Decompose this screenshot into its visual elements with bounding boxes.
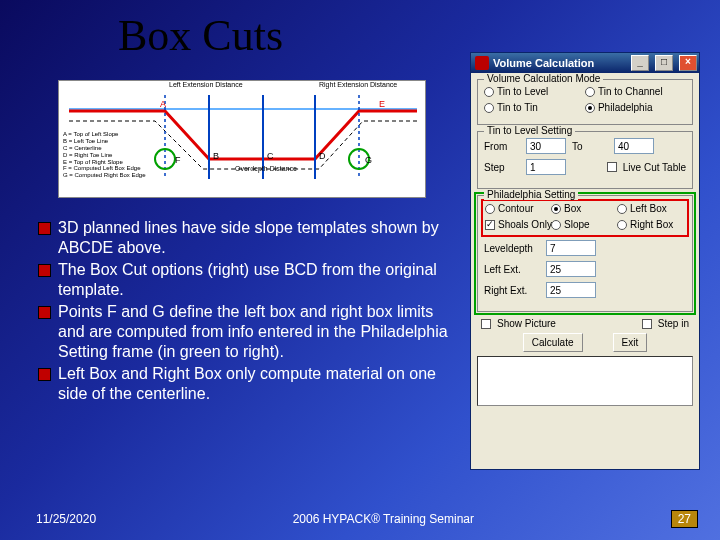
pt-B: B (213, 151, 219, 161)
left-ext-label: Left Ext. (484, 264, 540, 275)
radio-icon (551, 204, 561, 214)
footer-center: 2006 HYPACK® Training Seminar (96, 512, 671, 526)
radio-icon (484, 103, 494, 113)
minimize-button[interactable]: _ (631, 55, 649, 71)
from-input[interactable]: 30 (526, 138, 566, 154)
radio-icon (585, 103, 595, 113)
step-in-label: Step in (658, 318, 689, 329)
right-ext-label: Right Extension Distance (319, 81, 397, 88)
radio-tin-to-tin[interactable]: Tin to Tin (484, 102, 581, 113)
radio-box[interactable]: Box (551, 203, 613, 214)
step-in-checkbox[interactable] (642, 319, 652, 329)
dialog-titlebar[interactable]: Volume Calculation _ □ × (471, 53, 699, 73)
radio-contour[interactable]: Contour (485, 203, 547, 214)
overdepth-label: Overdepth Distance (235, 165, 297, 172)
from-label: From (484, 141, 520, 152)
step-label: Step (484, 162, 520, 173)
pt-A: A (160, 99, 166, 109)
volume-calculation-dialog: Volume Calculation _ □ × Volume Calculat… (470, 52, 700, 470)
bullet-item: Left Box and Right Box only compute mate… (36, 364, 456, 404)
footer-page: 27 (671, 510, 698, 528)
radio-tin-to-channel[interactable]: Tin to Channel (585, 86, 682, 97)
exit-button[interactable]: Exit (613, 333, 648, 352)
diagram-legend: A = Top of Left Slope B = Left Toe Line … (63, 131, 146, 179)
to-input[interactable]: 40 (614, 138, 654, 154)
app-icon (475, 56, 489, 70)
step-input[interactable]: 1 (526, 159, 566, 175)
pt-D: D (319, 151, 326, 161)
left-ext-label: Left Extension Distance (169, 81, 243, 88)
radio-icon (617, 220, 627, 230)
radio-icon (585, 87, 595, 97)
close-button[interactable]: × (679, 55, 697, 71)
output-textarea[interactable] (477, 356, 693, 406)
footer-date: 11/25/2020 (36, 512, 96, 526)
left-ext-input[interactable]: 25 (546, 261, 596, 277)
pt-E: E (379, 99, 385, 109)
maximize-button[interactable]: □ (655, 55, 673, 71)
radio-icon (485, 204, 495, 214)
bullet-list: 3D planned lines have side slope templat… (36, 218, 456, 406)
check-shoals-only[interactable]: Shoals Only (485, 219, 547, 230)
bullet-item: Points F and G define the left box and r… (36, 302, 456, 362)
calculate-button[interactable]: Calculate (523, 333, 583, 352)
right-ext-input[interactable]: 25 (546, 282, 596, 298)
mode-legend: Volume Calculation Mode (484, 73, 603, 84)
tin-level-fieldset: Tin to Level Setting From 30 To 40 Step … (477, 131, 693, 189)
pt-F: F (175, 155, 181, 165)
pt-C: C (267, 151, 274, 161)
radio-icon (617, 204, 627, 214)
radio-slope[interactable]: Slope (551, 219, 613, 230)
to-label: To (572, 141, 608, 152)
channel-diagram: A B C D E F G Left Extension Distance Ri… (58, 80, 426, 198)
live-cut-checkbox[interactable] (607, 162, 617, 172)
radio-right-box[interactable]: Right Box (617, 219, 679, 230)
pt-G: G (365, 155, 372, 165)
radio-philadelphia[interactable]: Philadelphia (585, 102, 682, 113)
show-picture-label: Show Picture (497, 318, 556, 329)
dialog-title: Volume Calculation (493, 57, 594, 69)
radio-icon (484, 87, 494, 97)
bullet-item: The Box Cut options (right) use BCD from… (36, 260, 456, 300)
checkbox-icon (485, 220, 495, 230)
tin-legend: Tin to Level Setting (484, 125, 575, 136)
mode-fieldset: Volume Calculation Mode Tin to Level Tin… (477, 79, 693, 125)
slide-title: Box Cuts (118, 10, 283, 61)
leveldepth-input[interactable]: 7 (546, 240, 596, 256)
live-cut-label: Live Cut Table (623, 162, 686, 173)
bullet-item: 3D planned lines have side slope templat… (36, 218, 456, 258)
radio-icon (551, 220, 561, 230)
radio-left-box[interactable]: Left Box (617, 203, 679, 214)
footer: 11/25/2020 2006 HYPACK® Training Seminar… (0, 510, 720, 528)
radio-tin-to-level[interactable]: Tin to Level (484, 86, 581, 97)
show-picture-checkbox[interactable] (481, 319, 491, 329)
philadelphia-fieldset: Philadelphia Setting Contour Box Left Bo… (477, 195, 693, 312)
right-ext-label: Right Ext. (484, 285, 540, 296)
phil-legend: Philadelphia Setting (484, 189, 578, 200)
leveldepth-label: Leveldepth (484, 243, 540, 254)
